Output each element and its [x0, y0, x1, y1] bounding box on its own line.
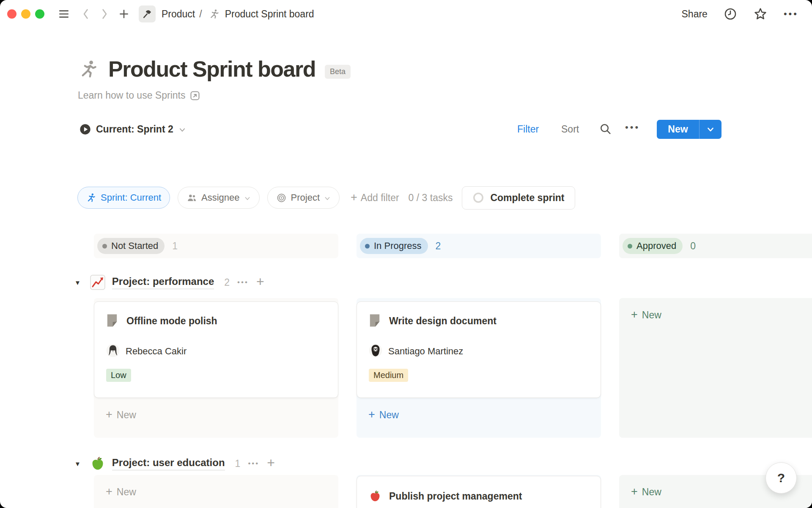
- green-apple-emoji-icon: [90, 456, 105, 471]
- group-add-icon[interactable]: +: [256, 275, 264, 288]
- hamburger-menu-icon[interactable]: [58, 8, 70, 19]
- plus-icon: +: [631, 309, 638, 320]
- new-card-label: New: [642, 486, 661, 498]
- plus-icon: +: [106, 409, 112, 420]
- target-icon: [276, 193, 287, 203]
- plus-icon: +: [631, 486, 638, 497]
- column-count: 0: [690, 240, 696, 252]
- share-button[interactable]: Share: [682, 8, 708, 20]
- card-publish-project-management[interactable]: Publish project management: [357, 476, 601, 508]
- status-label: Approved: [636, 240, 676, 251]
- add-filter-label: Add filter: [361, 192, 399, 204]
- card-title: Offline mode polish: [126, 315, 217, 327]
- group-more-icon[interactable]: •••: [237, 278, 249, 287]
- sprint-filter-label: Sprint: Current: [101, 192, 161, 203]
- nav-back-icon[interactable]: [82, 8, 90, 20]
- page-icon-runner[interactable]: [79, 57, 99, 81]
- cell-user-education-not-started: + New: [94, 475, 338, 508]
- plus-icon: +: [106, 486, 112, 497]
- minimize-button[interactable]: [21, 9, 30, 19]
- group-header-user-education: ▼ Project: user education 1 ••• +: [74, 454, 275, 473]
- status-pill-approved[interactable]: Approved: [623, 238, 683, 254]
- collapse-triangle-icon[interactable]: ▼: [74, 460, 81, 467]
- view-more-icon[interactable]: •••: [625, 123, 640, 132]
- add-filter-button[interactable]: + Add filter: [351, 192, 399, 204]
- breadcrumb-current[interactable]: Product Sprint board: [225, 8, 314, 20]
- cell-performance-not-started: Offline mode polish Rebecca Cakir Low + …: [94, 298, 338, 438]
- priority-tag: Low: [106, 369, 131, 382]
- assignee-filter-label: Assignee: [201, 192, 240, 203]
- view-switcher[interactable]: Current: Sprint 2: [80, 120, 186, 139]
- new-card-label: New: [642, 309, 661, 321]
- card-title: Write design document: [389, 315, 497, 327]
- play-view-icon: [80, 124, 91, 135]
- help-button[interactable]: ?: [765, 462, 797, 494]
- project-filter-chip[interactable]: Project: [267, 187, 340, 209]
- status-pill-not-started[interactable]: Not Started: [97, 238, 165, 254]
- group-count: 2: [224, 277, 230, 288]
- new-button-chevron-icon[interactable]: [700, 125, 721, 134]
- new-card-button[interactable]: + New: [619, 303, 812, 327]
- new-card-label: New: [379, 409, 399, 421]
- group-title[interactable]: Project: performance: [112, 276, 214, 289]
- group-title[interactable]: Project: user education: [112, 457, 225, 470]
- zoom-button[interactable]: [35, 9, 44, 19]
- red-apple-emoji-icon: [369, 490, 381, 502]
- status-label: In Progress: [374, 240, 422, 251]
- new-tab-plus-icon[interactable]: [118, 8, 129, 19]
- clock-icon[interactable]: [724, 7, 737, 21]
- chevron-down-icon: [244, 195, 251, 202]
- avatar-santiago: [369, 344, 382, 357]
- star-icon[interactable]: [753, 7, 768, 21]
- task-count: 0 / 3 tasks: [409, 192, 453, 204]
- new-card-button[interactable]: + New: [94, 403, 338, 427]
- chevron-down-icon: [178, 126, 186, 134]
- collapse-triangle-icon[interactable]: ▼: [74, 279, 81, 286]
- people-icon: [187, 193, 197, 203]
- status-pill-in-progress[interactable]: In Progress: [360, 238, 428, 254]
- status-dot: [102, 244, 107, 248]
- close-button[interactable]: [7, 9, 16, 19]
- beta-badge: Beta: [325, 65, 351, 79]
- group-count: 1: [235, 458, 241, 469]
- view-name: Current: Sprint 2: [96, 124, 173, 135]
- new-button[interactable]: New: [657, 120, 721, 139]
- sprint-filter-chip[interactable]: Sprint: Current: [77, 187, 170, 209]
- learn-sprints-link[interactable]: Learn how to use Sprints: [78, 90, 200, 101]
- column-count: 1: [172, 240, 178, 252]
- complete-sprint-button[interactable]: Complete sprint: [462, 186, 575, 210]
- group-add-icon[interactable]: +: [267, 456, 275, 469]
- card-write-design-document[interactable]: Write design document Santiago Martinez …: [357, 301, 601, 398]
- new-card-label: New: [117, 409, 136, 421]
- card-title: Publish project management: [389, 491, 522, 502]
- learn-sprints-label: Learn how to use Sprints: [78, 90, 185, 101]
- filter-bar: Sprint: Current Assignee Project + Add f…: [77, 186, 575, 209]
- status-dot: [365, 244, 370, 248]
- breadcrumb-separator: /: [199, 8, 202, 20]
- app-window: Product / Product Sprint board Share •••…: [0, 0, 812, 508]
- sort-button[interactable]: Sort: [561, 124, 579, 135]
- status-label: Not Started: [111, 240, 158, 251]
- progress-ring-icon: [472, 192, 484, 204]
- filter-button[interactable]: Filter: [517, 124, 539, 135]
- search-icon[interactable]: [599, 122, 612, 135]
- plus-icon: +: [368, 409, 375, 420]
- column-count: 2: [436, 240, 441, 252]
- new-card-button[interactable]: + New: [94, 480, 338, 504]
- priority-tag: Medium: [369, 369, 408, 382]
- page-icon: [106, 314, 118, 327]
- complete-sprint-label: Complete sprint: [490, 192, 564, 204]
- cell-performance-in-progress: Write design document Santiago Martinez …: [357, 298, 601, 438]
- nav-forward-icon[interactable]: [101, 8, 108, 20]
- assignee-filter-chip[interactable]: Assignee: [178, 187, 260, 209]
- page-icon: [369, 314, 381, 327]
- workspace-hammer-icon[interactable]: [139, 6, 156, 22]
- new-card-button[interactable]: + New: [357, 403, 601, 427]
- card-offline-mode-polish[interactable]: Offline mode polish Rebecca Cakir Low: [94, 301, 338, 398]
- column-header-not-started: Not Started 1: [94, 234, 338, 258]
- more-options-icon[interactable]: •••: [784, 9, 798, 19]
- group-more-icon[interactable]: •••: [248, 459, 259, 468]
- column-header-in-progress: In Progress 2: [357, 234, 601, 258]
- breadcrumb-root[interactable]: Product: [162, 8, 195, 20]
- cell-performance-approved: + New: [619, 298, 812, 438]
